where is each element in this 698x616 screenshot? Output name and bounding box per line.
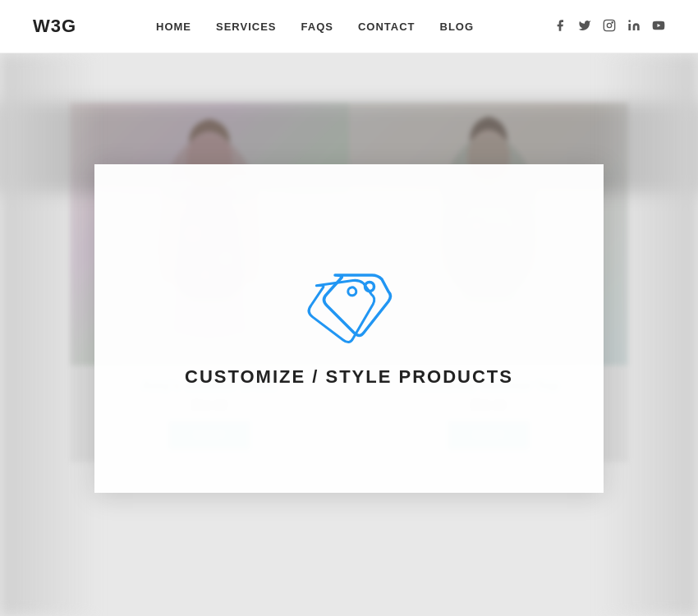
nav-faqs[interactable]: FAQS — [301, 21, 333, 33]
shadow-left — [0, 53, 99, 616]
shadow-right — [599, 53, 698, 616]
youtube-icon[interactable] — [652, 19, 665, 34]
main-content: Amy's Summer Dress $64.99 SHOP Everyd — [0, 53, 698, 616]
tag-icon — [304, 269, 394, 350]
svg-point-13 — [347, 287, 356, 296]
main-nav: HOME SERVICES FAQS CONTACT BLOG — [156, 21, 474, 33]
svg-point-4 — [628, 20, 631, 22]
nav-services[interactable]: SERVICES — [216, 21, 277, 33]
logo: W3G — [33, 16, 76, 37]
nav-blog[interactable]: BLOG — [440, 21, 475, 33]
feature-modal: CUSTOMIZE / STYLE PRODUCTS — [94, 164, 604, 493]
svg-point-1 — [607, 23, 611, 27]
facebook-icon[interactable] — [553, 19, 567, 34]
modal-title: CUSTOMIZE / STYLE PRODUCTS — [185, 366, 513, 388]
nav-home[interactable]: HOME — [156, 21, 191, 33]
social-icons — [553, 19, 665, 34]
twitter-icon[interactable] — [578, 19, 591, 34]
svg-point-2 — [612, 21, 613, 22]
svg-rect-3 — [628, 24, 631, 30]
nav-contact[interactable]: CONTACT — [358, 21, 416, 33]
svg-point-14 — [365, 283, 374, 292]
linkedin-icon[interactable] — [627, 19, 641, 34]
svg-rect-0 — [604, 20, 614, 30]
header: W3G HOME SERVICES FAQS CONTACT BLOG — [0, 0, 698, 53]
instagram-icon[interactable] — [603, 19, 616, 34]
